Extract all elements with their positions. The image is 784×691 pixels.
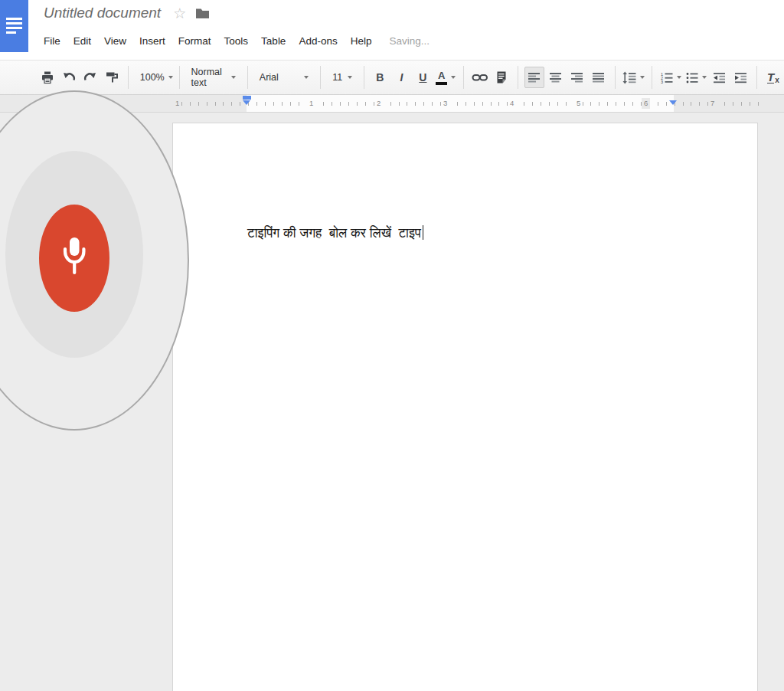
zoom-dropdown[interactable]: 100% (135, 67, 173, 88)
align-right-icon (570, 71, 583, 84)
insert-link-button[interactable] (470, 67, 491, 88)
folder-icon[interactable] (195, 8, 210, 19)
right-indent-marker[interactable] (669, 100, 677, 105)
ruler-number: 1 (173, 98, 181, 109)
underline-icon: U (419, 71, 426, 84)
insert-link-icon (472, 70, 488, 84)
toolbar-separator (128, 66, 129, 89)
align-justify-button[interactable] (589, 67, 609, 88)
toolbar-separator (518, 66, 518, 89)
google-docs-logo[interactable] (0, 0, 28, 52)
print-button[interactable] (38, 67, 57, 88)
undo-icon (62, 70, 76, 84)
undo-button[interactable] (59, 67, 79, 88)
left-indent-marker[interactable] (243, 100, 250, 105)
logo-line (6, 22, 22, 25)
menu-help[interactable]: Help (351, 35, 372, 47)
bold-icon: B (376, 71, 384, 84)
ruler-number: 5 (574, 98, 583, 109)
increase-indent-button[interactable] (730, 67, 750, 88)
insert-comment-icon (495, 70, 508, 84)
menu-view[interactable]: View (104, 35, 126, 47)
decrease-indent-icon (713, 71, 726, 84)
italic-button[interactable]: I (391, 67, 411, 88)
toolbar-separator (615, 66, 616, 89)
typed-text: टाइपिंग की जगह बोल कर लिखें टाइप (247, 226, 421, 241)
italic-icon: I (400, 71, 403, 84)
toolbar-separator (364, 66, 364, 89)
insert-comment-button[interactable] (492, 67, 511, 88)
ruler-number: 3 (441, 98, 449, 109)
logo-line (6, 18, 22, 20)
align-right-button[interactable] (567, 67, 587, 88)
bulleted-list-button[interactable] (684, 67, 707, 88)
chevron-down-icon (677, 76, 681, 79)
paint-format-icon (105, 70, 119, 84)
align-left-icon (528, 71, 541, 84)
align-center-button[interactable] (546, 67, 566, 88)
bold-button[interactable]: B (370, 67, 390, 88)
star-outline-icon[interactable]: ☆ (173, 6, 186, 21)
chevron-down-icon (231, 76, 236, 79)
line-spacing-button[interactable] (622, 67, 646, 88)
chevron-down-icon (168, 76, 173, 79)
chevron-down-icon (451, 76, 456, 79)
logo-line (6, 31, 16, 34)
document-page[interactable]: टाइपिंग की जगह बोल कर लिखें टाइप (172, 123, 758, 691)
first-line-indent-marker[interactable] (243, 96, 251, 100)
menu-tools[interactable]: Tools (224, 35, 249, 47)
paint-format-button[interactable] (102, 67, 122, 88)
chevron-down-icon (640, 76, 645, 79)
chevron-down-icon (348, 76, 352, 79)
paragraph-style-value: Normal text (191, 67, 228, 88)
bulleted-list-icon (685, 71, 698, 84)
clear-formatting-button[interactable]: T x (763, 67, 783, 88)
font-dropdown[interactable]: Arial (254, 67, 315, 88)
saving-status: Saving... (389, 35, 430, 47)
toolbar-separator (179, 66, 180, 89)
ruler[interactable]: 1 1 2 3 4 5 6 7 (0, 95, 784, 113)
chevron-down-icon (304, 76, 309, 79)
menu-format[interactable]: Format (178, 35, 211, 47)
ruler-number: 7 (708, 98, 717, 109)
print-icon (41, 70, 54, 84)
line-spacing-icon (622, 71, 636, 84)
font-size-dropdown[interactable]: 11 (327, 67, 358, 88)
numbered-list-button[interactable]: 1 2 3 (658, 67, 682, 88)
title-row: Untitled document ☆ (44, 5, 210, 21)
menu-file[interactable]: File (44, 35, 60, 47)
clear-formatting-icon: T (767, 71, 774, 84)
align-left-button[interactable] (524, 67, 544, 88)
toolbar-separator (463, 66, 464, 89)
document-workspace: टाइपिंग की जगह बोल कर लिखें टाइप (0, 113, 784, 691)
ruler-number: 1 (307, 98, 315, 109)
toolbar-separator (320, 66, 321, 89)
document-title[interactable]: Untitled document (44, 5, 161, 21)
menu-addons[interactable]: Add-ons (299, 35, 337, 47)
zoom-value: 100% (140, 72, 165, 83)
menu-bar: File Edit View Insert Format Tools Table… (44, 35, 430, 47)
text-color-button[interactable]: A (434, 67, 457, 88)
document-text[interactable]: टाइपिंग की जगह बोल कर लिखें टाइप (247, 225, 423, 241)
align-justify-icon (592, 71, 605, 84)
ruler-number: 4 (508, 98, 516, 109)
align-center-icon (549, 71, 562, 84)
ruler-number: 2 (374, 98, 383, 109)
decrease-indent-button[interactable] (709, 67, 729, 88)
chevron-down-icon (702, 76, 707, 79)
menu-table[interactable]: Table (261, 35, 286, 47)
logo-line (6, 27, 22, 29)
ruler-number: 6 (642, 98, 650, 109)
toolbar: 100% Normal text Arial 11 B I U A (0, 60, 784, 95)
text-cursor (423, 225, 424, 240)
redo-icon (83, 70, 97, 84)
toolbar-separator (247, 66, 248, 89)
menu-edit[interactable]: Edit (74, 35, 91, 47)
menu-insert[interactable]: Insert (139, 35, 165, 47)
paragraph-style-dropdown[interactable]: Normal text (186, 67, 242, 88)
text-color-icon: A (436, 70, 447, 85)
redo-button[interactable] (80, 67, 100, 88)
underline-button[interactable]: U (413, 67, 433, 88)
font-size-value: 11 (332, 72, 342, 83)
svg-text:3: 3 (661, 80, 663, 84)
